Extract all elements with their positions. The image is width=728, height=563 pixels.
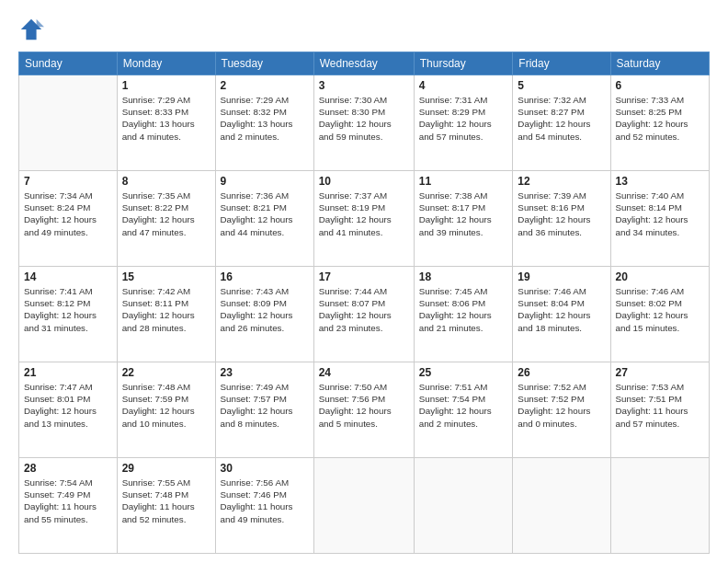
calendar-week-row: 28Sunrise: 7:54 AM Sunset: 7:49 PM Dayli… (19, 458, 710, 554)
calendar-header-row: SundayMondayTuesdayWednesdayThursdayFrid… (19, 52, 710, 75)
day-info: Sunrise: 7:32 AM Sunset: 8:27 PM Dayligh… (518, 94, 605, 143)
day-number: 2 (221, 79, 309, 92)
day-number: 16 (221, 270, 309, 283)
calendar-cell: 5Sunrise: 7:32 AM Sunset: 8:27 PM Daylig… (513, 75, 610, 171)
calendar-week-row: 14Sunrise: 7:41 AM Sunset: 8:12 PM Dayli… (19, 267, 710, 362)
day-number: 27 (616, 366, 704, 379)
day-number: 28 (24, 462, 112, 475)
weekday-header: Monday (117, 52, 215, 75)
day-info: Sunrise: 7:56 AM Sunset: 7:46 PM Dayligh… (221, 477, 309, 525)
calendar-cell (513, 458, 610, 554)
day-number: 18 (419, 270, 508, 283)
weekday-header: Friday (513, 52, 610, 75)
calendar-cell: 6Sunrise: 7:33 AM Sunset: 8:25 PM Daylig… (610, 75, 709, 171)
day-info: Sunrise: 7:41 AM Sunset: 8:12 PM Dayligh… (24, 285, 112, 334)
day-number: 12 (518, 175, 605, 188)
calendar-cell: 11Sunrise: 7:38 AM Sunset: 8:17 PM Dayli… (414, 171, 513, 267)
calendar-cell: 1Sunrise: 7:29 AM Sunset: 8:33 PM Daylig… (117, 75, 215, 171)
calendar-cell: 12Sunrise: 7:39 AM Sunset: 8:16 PM Dayli… (513, 171, 610, 267)
day-info: Sunrise: 7:48 AM Sunset: 7:59 PM Dayligh… (122, 381, 210, 430)
calendar-cell: 26Sunrise: 7:52 AM Sunset: 7:52 PM Dayli… (513, 362, 610, 458)
day-info: Sunrise: 7:55 AM Sunset: 7:48 PM Dayligh… (122, 477, 210, 525)
calendar-cell: 25Sunrise: 7:51 AM Sunset: 7:54 PM Dayli… (414, 362, 513, 458)
day-number: 29 (122, 462, 210, 475)
calendar-cell: 29Sunrise: 7:55 AM Sunset: 7:48 PM Dayli… (117, 458, 215, 554)
calendar-cell: 3Sunrise: 7:30 AM Sunset: 8:30 PM Daylig… (313, 75, 414, 171)
weekday-header: Saturday (610, 52, 709, 75)
day-info: Sunrise: 7:37 AM Sunset: 8:19 PM Dayligh… (319, 190, 409, 238)
day-number: 30 (221, 462, 309, 475)
weekday-header: Tuesday (215, 52, 313, 75)
day-number: 23 (221, 366, 309, 379)
weekday-header: Thursday (414, 52, 513, 75)
day-info: Sunrise: 7:52 AM Sunset: 7:52 PM Dayligh… (518, 381, 605, 430)
calendar-cell: 18Sunrise: 7:45 AM Sunset: 8:06 PM Dayli… (414, 267, 513, 362)
calendar-cell: 13Sunrise: 7:40 AM Sunset: 8:14 PM Dayli… (610, 171, 709, 267)
calendar-cell: 16Sunrise: 7:43 AM Sunset: 8:09 PM Dayli… (215, 267, 313, 362)
day-info: Sunrise: 7:43 AM Sunset: 8:09 PM Dayligh… (221, 285, 309, 334)
day-info: Sunrise: 7:29 AM Sunset: 8:32 PM Dayligh… (221, 94, 309, 143)
calendar-cell: 19Sunrise: 7:46 AM Sunset: 8:04 PM Dayli… (513, 267, 610, 362)
calendar-cell (610, 458, 709, 554)
day-number: 17 (319, 270, 409, 283)
calendar-cell (313, 458, 414, 554)
day-info: Sunrise: 7:42 AM Sunset: 8:11 PM Dayligh… (122, 285, 210, 334)
day-number: 21 (24, 366, 112, 379)
svg-marker-1 (37, 19, 44, 27)
day-number: 22 (122, 366, 210, 379)
calendar-cell: 8Sunrise: 7:35 AM Sunset: 8:22 PM Daylig… (117, 171, 215, 267)
day-number: 6 (616, 79, 704, 92)
logo (18, 17, 48, 42)
calendar-cell: 15Sunrise: 7:42 AM Sunset: 8:11 PM Dayli… (117, 267, 215, 362)
calendar-cell: 17Sunrise: 7:44 AM Sunset: 8:07 PM Dayli… (313, 267, 414, 362)
day-info: Sunrise: 7:36 AM Sunset: 8:21 PM Dayligh… (221, 190, 309, 238)
day-info: Sunrise: 7:45 AM Sunset: 8:06 PM Dayligh… (419, 285, 508, 334)
day-number: 10 (319, 175, 409, 188)
calendar-week-row: 7Sunrise: 7:34 AM Sunset: 8:24 PM Daylig… (19, 171, 710, 267)
day-info: Sunrise: 7:33 AM Sunset: 8:25 PM Dayligh… (616, 94, 704, 143)
day-info: Sunrise: 7:53 AM Sunset: 7:51 PM Dayligh… (616, 381, 704, 430)
day-number: 4 (419, 79, 508, 92)
page-header (18, 17, 710, 42)
calendar-cell (414, 458, 513, 554)
weekday-header: Wednesday (313, 52, 414, 75)
day-info: Sunrise: 7:31 AM Sunset: 8:29 PM Dayligh… (419, 94, 508, 143)
day-number: 20 (616, 270, 704, 283)
day-number: 8 (122, 175, 210, 188)
day-number: 13 (616, 175, 704, 188)
day-info: Sunrise: 7:34 AM Sunset: 8:24 PM Dayligh… (24, 190, 112, 238)
day-number: 3 (319, 79, 409, 92)
day-number: 26 (518, 366, 605, 379)
day-number: 14 (24, 270, 112, 283)
calendar-cell: 2Sunrise: 7:29 AM Sunset: 8:32 PM Daylig… (215, 75, 313, 171)
calendar-cell: 24Sunrise: 7:50 AM Sunset: 7:56 PM Dayli… (313, 362, 414, 458)
day-info: Sunrise: 7:46 AM Sunset: 8:04 PM Dayligh… (518, 285, 605, 334)
day-info: Sunrise: 7:29 AM Sunset: 8:33 PM Dayligh… (122, 94, 210, 143)
calendar-cell: 9Sunrise: 7:36 AM Sunset: 8:21 PM Daylig… (215, 171, 313, 267)
day-number: 9 (221, 175, 309, 188)
logo-icon (18, 17, 44, 42)
day-number: 25 (419, 366, 508, 379)
calendar-cell: 20Sunrise: 7:46 AM Sunset: 8:02 PM Dayli… (610, 267, 709, 362)
calendar-cell: 21Sunrise: 7:47 AM Sunset: 8:01 PM Dayli… (19, 362, 118, 458)
day-info: Sunrise: 7:30 AM Sunset: 8:30 PM Dayligh… (319, 94, 409, 143)
calendar-cell: 4Sunrise: 7:31 AM Sunset: 8:29 PM Daylig… (414, 75, 513, 171)
calendar-week-row: 21Sunrise: 7:47 AM Sunset: 8:01 PM Dayli… (19, 362, 710, 458)
day-number: 24 (319, 366, 409, 379)
calendar-cell: 10Sunrise: 7:37 AM Sunset: 8:19 PM Dayli… (313, 171, 414, 267)
calendar-cell: 14Sunrise: 7:41 AM Sunset: 8:12 PM Dayli… (19, 267, 118, 362)
calendar-table: SundayMondayTuesdayWednesdayThursdayFrid… (18, 52, 710, 554)
day-info: Sunrise: 7:50 AM Sunset: 7:56 PM Dayligh… (319, 381, 409, 430)
day-number: 1 (122, 79, 210, 92)
day-number: 11 (419, 175, 508, 188)
day-info: Sunrise: 7:40 AM Sunset: 8:14 PM Dayligh… (616, 190, 704, 238)
calendar-cell: 30Sunrise: 7:56 AM Sunset: 7:46 PM Dayli… (215, 458, 313, 554)
day-info: Sunrise: 7:54 AM Sunset: 7:49 PM Dayligh… (24, 477, 112, 525)
day-info: Sunrise: 7:35 AM Sunset: 8:22 PM Dayligh… (122, 190, 210, 238)
day-number: 5 (518, 79, 605, 92)
day-info: Sunrise: 7:38 AM Sunset: 8:17 PM Dayligh… (419, 190, 508, 238)
calendar-cell: 7Sunrise: 7:34 AM Sunset: 8:24 PM Daylig… (19, 171, 118, 267)
day-info: Sunrise: 7:46 AM Sunset: 8:02 PM Dayligh… (616, 285, 704, 334)
calendar-cell: 28Sunrise: 7:54 AM Sunset: 7:49 PM Dayli… (19, 458, 118, 554)
day-info: Sunrise: 7:47 AM Sunset: 8:01 PM Dayligh… (24, 381, 112, 430)
